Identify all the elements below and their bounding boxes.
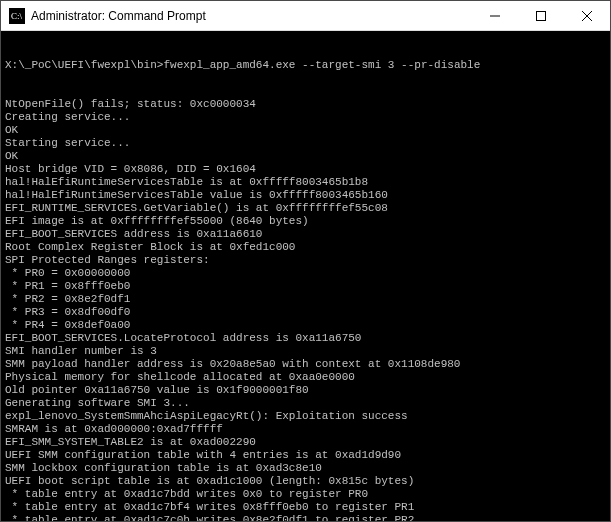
- output-line: Old pointer 0xa11a6750 value is 0x1f9000…: [5, 384, 606, 397]
- output-line: EFI_BOOT_SERVICES.LocateProtocol address…: [5, 332, 606, 345]
- output-line: UEFI boot script table is at 0xad1c1000 …: [5, 475, 606, 488]
- output-line: OK: [5, 150, 606, 163]
- output-line: EFI_BOOT_SERVICES address is 0xa11a6610: [5, 228, 606, 241]
- prompt-command: fwexpl_app_amd64.exe --target-smi 3 --pr…: [163, 59, 480, 71]
- output-line: EFI_RUNTIME_SERVICES.GetVariable() is at…: [5, 202, 606, 215]
- cmd-icon: C:\: [9, 8, 25, 24]
- output-line: SPI Protected Ranges registers:: [5, 254, 606, 267]
- output-line: NtOpenFile() fails; status: 0xc0000034: [5, 98, 606, 111]
- output-line: Root Complex Register Block is at 0xfed1…: [5, 241, 606, 254]
- output-line: * table entry at 0xad1c7bdd writes 0x0 t…: [5, 488, 606, 501]
- output-line: Creating service...: [5, 111, 606, 124]
- output-line: expl_lenovo_SystemSmmAhciAspiLegacyRt():…: [5, 410, 606, 423]
- output-line: * table entry at 0xad1c7bf4 writes 0x8ff…: [5, 501, 606, 514]
- output-line: EFI_SMM_SYSTEM_TABLE2 is at 0xad002290: [5, 436, 606, 449]
- output-line: * PR2 = 0x8e2f0df1: [5, 293, 606, 306]
- maximize-button[interactable]: [518, 1, 564, 30]
- output-line: Host bridge VID = 0x8086, DID = 0x1604: [5, 163, 606, 176]
- output-line: EFI image is at 0xffffffffef55000 (8640 …: [5, 215, 606, 228]
- prompt-line: X:\_PoC\UEFI\fwexpl\bin>fwexpl_app_amd64…: [5, 59, 606, 72]
- output-line: * PR3 = 0x8df00df0: [5, 306, 606, 319]
- output-line: Generating software SMI 3...: [5, 397, 606, 410]
- output-lines: NtOpenFile() fails; status: 0xc0000034Cr…: [5, 98, 606, 521]
- output-line: OK: [5, 124, 606, 137]
- svg-text:C:\: C:\: [11, 11, 23, 21]
- output-line: SMI handler number is 3: [5, 345, 606, 358]
- output-line: Starting service...: [5, 137, 606, 150]
- minimize-button[interactable]: [472, 1, 518, 30]
- output-line: hal!HalEfiRuntimeServicesTable is at 0xf…: [5, 176, 606, 189]
- output-line: * PR1 = 0x8fff0eb0: [5, 280, 606, 293]
- output-line: Physical memory for shellcode allocated …: [5, 371, 606, 384]
- close-button[interactable]: [564, 1, 610, 30]
- output-line: SMM payload handler address is 0x20a8e5a…: [5, 358, 606, 371]
- window-controls: [472, 1, 610, 30]
- titlebar: C:\ Administrator: Command Prompt: [1, 1, 610, 31]
- output-line: UEFI SMM configuration table with 4 entr…: [5, 449, 606, 462]
- output-line: * table entry at 0xad1c7c0b writes 0x8e2…: [5, 514, 606, 521]
- svg-rect-3: [537, 11, 546, 20]
- output-line: hal!HalEfiRuntimeServicesTable value is …: [5, 189, 606, 202]
- output-line: SMRAM is at 0xad000000:0xad7fffff: [5, 423, 606, 436]
- prompt-path: X:\_PoC\UEFI\fwexpl\bin>: [5, 59, 163, 71]
- output-line: * PR4 = 0x8def0a00: [5, 319, 606, 332]
- terminal-output[interactable]: X:\_PoC\UEFI\fwexpl\bin>fwexpl_app_amd64…: [1, 31, 610, 521]
- output-line: SMM lockbox configuration table is at 0x…: [5, 462, 606, 475]
- output-line: * PR0 = 0x00000000: [5, 267, 606, 280]
- window-title: Administrator: Command Prompt: [31, 9, 472, 23]
